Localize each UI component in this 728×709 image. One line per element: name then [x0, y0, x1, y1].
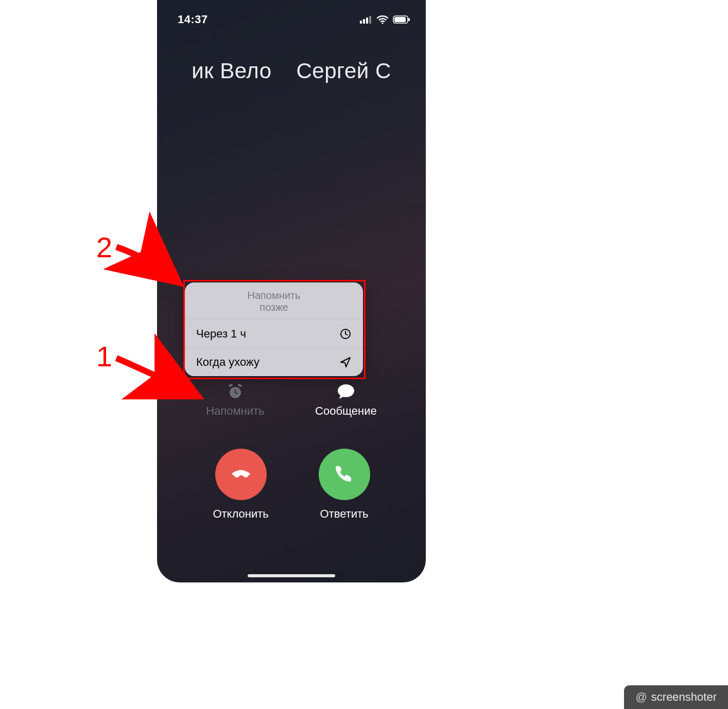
- status-time: 14:37: [178, 13, 208, 26]
- clock-icon: [339, 328, 352, 340]
- svg-rect-3: [369, 16, 371, 24]
- decline-button[interactable]: [215, 449, 267, 500]
- navigate-icon: [339, 356, 352, 368]
- battery-icon: [393, 15, 410, 24]
- decline-label: Отклонить: [213, 507, 268, 521]
- svg-rect-0: [360, 21, 362, 24]
- remind-button[interactable]: Напомнить: [206, 383, 264, 418]
- svg-rect-1: [363, 19, 365, 24]
- wifi-icon: [376, 15, 389, 24]
- popup-item-label: Через 1 ч: [196, 327, 246, 341]
- watermark-text: screenshoter: [651, 690, 717, 704]
- status-bar: 14:37: [157, 9, 426, 30]
- popup-title-line1: Напомнить: [247, 290, 300, 301]
- remind-label: Напомнить: [206, 404, 264, 418]
- status-icons: [360, 15, 410, 24]
- svg-rect-6: [394, 17, 406, 22]
- caller-name-left: ик Вело: [192, 59, 271, 83]
- caller-name-right: Сергей С: [297, 59, 391, 83]
- message-button[interactable]: Сообщение: [315, 383, 377, 418]
- message-icon: [336, 383, 356, 400]
- cellular-icon: [360, 15, 372, 24]
- annotation-arrow-1: [111, 348, 214, 415]
- svg-rect-2: [366, 17, 368, 24]
- popup-item-in-1-hour[interactable]: Через 1 ч: [185, 320, 363, 348]
- svg-rect-7: [408, 18, 410, 21]
- phone-icon: [332, 460, 357, 488]
- decline-action: Отклонить: [213, 449, 268, 521]
- home-indicator[interactable]: [248, 574, 335, 577]
- answer-button[interactable]: [319, 449, 370, 500]
- watermark-at: @: [635, 690, 647, 704]
- annotation-number-2: 2: [96, 231, 112, 264]
- annotation-number-1: 1: [96, 340, 112, 373]
- alarm-icon: [227, 383, 244, 400]
- watermark: @ screenshoter: [624, 685, 728, 709]
- popup-title-line2: позже: [259, 302, 288, 313]
- annotation-arrow-2: [111, 237, 194, 298]
- phone-down-icon: [228, 459, 254, 489]
- message-label: Сообщение: [315, 404, 377, 418]
- answer-label: Ответить: [320, 507, 369, 521]
- caller-name: ик ВелоСергей С: [157, 59, 426, 83]
- phone-frame: 14:37 ик ВелоСергей С Напомнить позже Че…: [157, 0, 426, 582]
- answer-action: Ответить: [319, 449, 370, 521]
- svg-rect-11: [237, 383, 242, 387]
- popup-title: Напомнить позже: [185, 282, 363, 320]
- svg-rect-10: [228, 383, 233, 387]
- primary-actions-row: Отклонить Ответить: [157, 449, 426, 521]
- svg-point-4: [382, 22, 383, 24]
